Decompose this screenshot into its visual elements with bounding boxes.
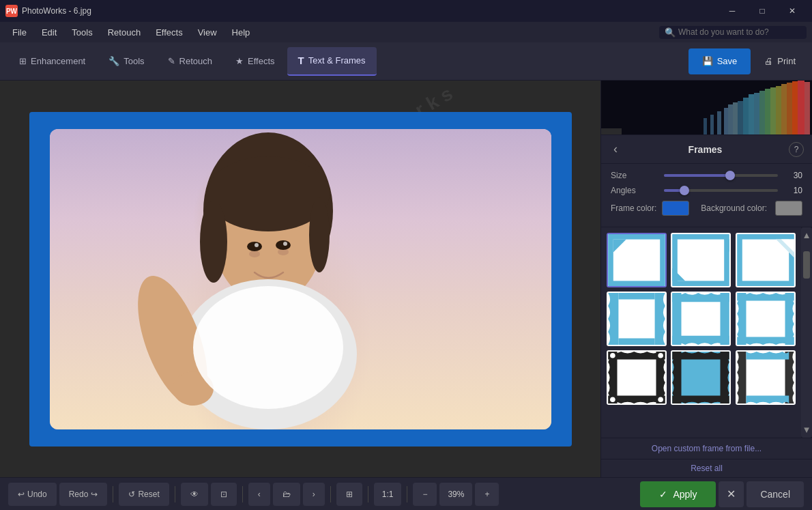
size-slider[interactable] (664, 174, 778, 177)
frame-thumb-9[interactable] (736, 350, 796, 405)
frame-svg-5 (672, 293, 729, 345)
compare-button[interactable]: ⊡ (211, 483, 237, 506)
open-file-button[interactable]: 🗁 (273, 483, 300, 506)
scroll-down-button[interactable]: ▼ (801, 422, 812, 438)
tab-tools[interactable]: 🔧 Tools (98, 47, 155, 76)
undo-label: Undo (27, 490, 47, 499)
svg-rect-33 (717, 111, 721, 135)
svg-rect-23 (765, 89, 770, 135)
prev-image-button[interactable]: ‹ (248, 483, 270, 506)
apply-button[interactable]: ✓ Apply (640, 481, 716, 507)
menu-retouch[interactable]: Retouch (101, 25, 147, 40)
svg-point-13 (276, 240, 291, 250)
frame-grid-container: ▲ ▼ (601, 227, 812, 438)
frame-thumb-3[interactable] (736, 233, 796, 287)
svg-rect-54 (618, 339, 654, 345)
histogram (601, 81, 812, 135)
separator-3 (242, 486, 243, 502)
toolbar: ⊞ Enhancement 🔧 Tools ✎ Retouch ★ Effect… (0, 42, 812, 81)
close-button[interactable]: ✕ (778, 0, 807, 22)
size-label: Size (611, 171, 658, 180)
menu-edit[interactable]: Edit (35, 25, 63, 40)
svg-rect-30 (804, 82, 810, 135)
panel-help-button[interactable]: ? (789, 142, 804, 157)
frame-svg-2 (672, 234, 729, 286)
background-color-swatch[interactable] (775, 201, 802, 216)
controls-section: Size 30 Angles 10 Frame colo (601, 164, 812, 227)
frame-thumb-5[interactable] (671, 292, 731, 346)
preview-button[interactable]: 👁 (181, 483, 208, 506)
svg-rect-39 (613, 240, 660, 281)
tab-text-frames[interactable]: T Text & Frames (287, 47, 377, 76)
tab-enhancement[interactable]: ⊞ Enhancement (8, 47, 96, 76)
canvas-area: PhotoWorks PhotoWorks PhotoWorks PhotoWo… (0, 81, 600, 477)
svg-point-14 (255, 243, 259, 247)
frame-thumb-8[interactable] (671, 350, 731, 405)
menu-file[interactable]: File (5, 25, 33, 40)
svg-rect-56 (673, 293, 682, 345)
apply-label: Apply (673, 489, 697, 500)
main-area: PhotoWorks PhotoWorks PhotoWorks PhotoWo… (0, 81, 812, 477)
print-button[interactable]: 🖨 Print (756, 48, 804, 74)
frame-color-swatch[interactable] (662, 201, 689, 216)
image-frame (29, 112, 572, 447)
tab-effects[interactable]: ★ Effects (224, 47, 286, 76)
frame-thumb-2[interactable] (671, 233, 731, 287)
menu-effects[interactable]: Effects (149, 25, 190, 40)
frame-svg-9 (737, 352, 794, 403)
redo-icon: ↪ (91, 490, 98, 499)
separator-5 (368, 486, 368, 502)
save-icon: 💾 (702, 56, 713, 66)
frame-thumb-1[interactable] (607, 233, 667, 287)
svg-point-10 (249, 251, 260, 257)
svg-rect-27 (787, 83, 792, 135)
svg-rect-43 (678, 240, 724, 281)
next-image-button[interactable]: › (303, 483, 325, 506)
frame-thumb-6[interactable] (736, 292, 796, 346)
preview-icon: 👁 (190, 490, 199, 499)
frame-svg-1 (608, 234, 665, 286)
menu-help[interactable]: Help (225, 25, 257, 40)
redo-button[interactable]: Redo ↪ (59, 483, 108, 506)
undo-button[interactable]: ↩ Undo (8, 483, 57, 506)
frame-color-label: Frame color: (611, 203, 656, 213)
svg-rect-26 (781, 84, 787, 135)
reset-button[interactable]: ↺ Reset (119, 483, 169, 506)
menu-view[interactable]: View (191, 25, 224, 40)
reset-all-link[interactable]: Reset all (601, 459, 812, 477)
background-color-label: Background color: (701, 203, 767, 213)
size-slider-fill (664, 174, 730, 177)
size-slider-thumb[interactable] (725, 171, 735, 180)
save-button[interactable]: 💾 Save (688, 48, 751, 74)
minimize-button[interactable]: ─ (718, 0, 746, 22)
svg-rect-24 (770, 87, 776, 135)
tools-label: Tools (124, 56, 144, 66)
crop-button[interactable]: ⊞ (336, 483, 362, 506)
zoom-out-button[interactable]: − (413, 483, 437, 506)
angles-slider-thumb[interactable] (680, 186, 689, 195)
scroll-thumb[interactable] (803, 251, 810, 279)
panel-back-button[interactable]: ‹ (609, 141, 622, 158)
frame-thumb-7[interactable] (607, 350, 667, 405)
zoom-level-display: 39% (439, 483, 472, 506)
size-control-row: Size 30 (611, 171, 802, 180)
zoom-in-button[interactable]: + (475, 483, 499, 506)
maximize-button[interactable]: □ (748, 0, 777, 22)
search-input[interactable] (678, 27, 801, 37)
close-apply-button[interactable]: ✕ (719, 481, 744, 507)
svg-rect-18 (738, 101, 743, 135)
app-icon: PW (5, 5, 18, 17)
tab-retouch[interactable]: ✎ Retouch (157, 47, 223, 76)
undo-icon: ↩ (18, 490, 25, 499)
inner-image (50, 129, 551, 429)
scroll-track[interactable] (801, 243, 812, 422)
svg-rect-22 (759, 91, 765, 135)
scroll-up-button[interactable]: ▲ (801, 227, 812, 243)
search-bar: 🔍 (659, 26, 807, 39)
angles-slider[interactable] (664, 189, 778, 192)
text-frames-icon: T (298, 55, 304, 66)
cancel-button[interactable]: Cancel (746, 481, 804, 507)
frame-thumb-4[interactable] (607, 292, 667, 346)
menu-tools[interactable]: Tools (65, 25, 99, 40)
custom-frame-link[interactable]: Open custom frame from file... (601, 438, 812, 459)
